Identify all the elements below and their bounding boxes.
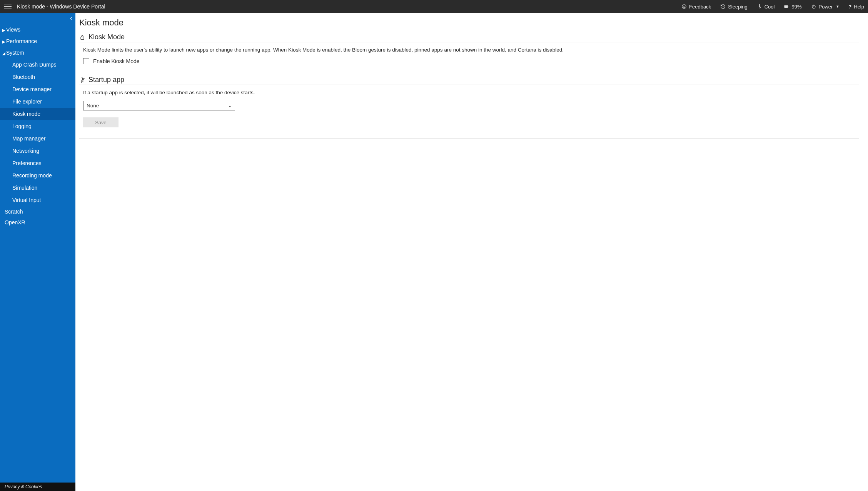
sidebar-group-label: System: [6, 50, 24, 56]
footer-label: Privacy & Cookies: [5, 484, 42, 489]
window-title: Kiosk mode - Windows Device Portal: [17, 3, 105, 10]
sidebar-item-label: Recording mode: [12, 172, 52, 179]
smiley-icon: [681, 4, 687, 9]
caret-down-icon: ◢: [2, 51, 6, 55]
feedback-label: Feedback: [689, 4, 711, 10]
kiosk-mode-section-title: Kiosk Mode: [79, 33, 859, 42]
titlebar: Kiosk mode - Windows Device Portal Feedb…: [0, 0, 868, 13]
sidebar-item-openxr[interactable]: OpenXR: [0, 217, 75, 228]
sidebar-item-label: Simulation: [12, 185, 37, 191]
sidebar-item-label: Kiosk mode: [12, 111, 40, 117]
question-icon: ?: [848, 4, 851, 10]
sidebar-item-label: Bluetooth: [12, 74, 35, 80]
sleeping-status[interactable]: Sleeping: [720, 4, 748, 10]
sidebar-item-networking[interactable]: Networking: [0, 145, 75, 157]
titlebar-right: Feedback Sleeping Cool 99% Power ▼ ? Hel…: [681, 4, 864, 10]
main-content: Kiosk mode Kiosk Mode Kiosk Mode limits …: [75, 13, 868, 491]
svg-point-2: [684, 6, 685, 7]
sleeping-label: Sleeping: [728, 4, 748, 10]
sidebar-item-label: Device manager: [12, 86, 52, 92]
kiosk-mode-description: Kiosk Mode limits the user's ability to …: [83, 47, 859, 53]
privacy-cookies-link[interactable]: Privacy & Cookies: [0, 483, 75, 491]
sidebar-item-kiosk-mode[interactable]: Kiosk mode: [0, 108, 75, 120]
sidebar-group-label: Performance: [6, 38, 37, 44]
sidebar-item-label: Map manager: [12, 135, 45, 142]
caret-right-icon: ▶: [2, 28, 6, 32]
battery-status[interactable]: 99%: [784, 4, 801, 10]
sidebar: ▶Views ▶Performance ◢System App Crash Du…: [0, 13, 75, 491]
enable-kiosk-checkbox[interactable]: [83, 58, 89, 64]
thermometer-icon: [757, 4, 762, 9]
sidebar-item-preferences[interactable]: Preferences: [0, 157, 75, 169]
sidebar-item-map-manager[interactable]: Map manager: [0, 132, 75, 145]
temp-label: Cool: [765, 4, 775, 10]
sidebar-item-label: Logging: [12, 123, 32, 129]
battery-label: 99%: [791, 4, 801, 10]
svg-rect-5: [785, 6, 788, 7]
sidebar-item-label: File explorer: [12, 99, 42, 105]
select-value: None: [87, 103, 99, 109]
sidebar-group-views[interactable]: ▶Views: [0, 24, 75, 35]
sidebar-group-system[interactable]: ◢System: [0, 47, 75, 58]
power-menu[interactable]: Power ▼: [811, 4, 840, 10]
sidebar-item-scratch[interactable]: Scratch: [0, 206, 75, 217]
sidebar-item-device-manager[interactable]: Device manager: [0, 83, 75, 95]
svg-point-0: [682, 5, 686, 9]
chevron-down-icon: ⌄: [228, 103, 232, 108]
sidebar-item-label: Virtual Input: [12, 197, 41, 203]
help-button[interactable]: ? Help: [848, 4, 864, 10]
sidebar-group-label: Views: [6, 27, 20, 33]
save-button: Save: [83, 117, 119, 127]
menu-icon[interactable]: [4, 3, 12, 10]
temp-status[interactable]: Cool: [757, 4, 775, 10]
svg-rect-4: [788, 6, 788, 7]
section-divider: [79, 138, 859, 139]
sidebar-item-bluetooth[interactable]: Bluetooth: [0, 71, 75, 83]
pin-icon: [79, 77, 85, 83]
sidebar-item-logging[interactable]: Logging: [0, 120, 75, 132]
caret-down-icon: ▼: [836, 5, 839, 8]
svg-rect-8: [81, 37, 84, 39]
sidebar-item-label: Scratch: [5, 209, 23, 215]
sidebar-item-label: Preferences: [12, 160, 41, 166]
power-label: Power: [819, 4, 833, 10]
battery-icon: [784, 4, 789, 9]
enable-kiosk-label: Enable Kiosk Mode: [93, 58, 140, 64]
sidebar-collapse-button[interactable]: [69, 16, 73, 22]
startup-app-select[interactable]: None ⌄: [83, 101, 235, 110]
page-title: Kiosk mode: [79, 18, 859, 28]
sidebar-item-label: OpenXR: [5, 219, 25, 225]
sidebar-item-recording-mode[interactable]: Recording mode: [0, 169, 75, 182]
feedback-button[interactable]: Feedback: [681, 4, 711, 10]
sidebar-item-label: App Crash Dumps: [12, 62, 56, 68]
svg-point-1: [683, 6, 684, 7]
sidebar-item-virtual-input[interactable]: Virtual Input: [0, 194, 75, 206]
power-icon: [811, 4, 816, 9]
sidebar-item-simulation[interactable]: Simulation: [0, 182, 75, 194]
section-title-label: Kiosk Mode: [88, 33, 125, 41]
startup-app-description: If a startup app is selected, it will be…: [83, 90, 859, 95]
caret-right-icon: ▶: [2, 40, 6, 44]
sidebar-nav: ▶Views ▶Performance ◢System App Crash Du…: [0, 13, 75, 483]
enable-kiosk-row: Enable Kiosk Mode: [83, 58, 859, 64]
sidebar-item-file-explorer[interactable]: File explorer: [0, 95, 75, 108]
history-icon: [720, 4, 726, 9]
section-title-label: Startup app: [88, 76, 124, 84]
startup-app-section-title: Startup app: [79, 76, 859, 85]
sidebar-group-performance[interactable]: ▶Performance: [0, 35, 75, 47]
sidebar-item-app-crash-dumps[interactable]: App Crash Dumps: [0, 58, 75, 71]
lock-icon: [79, 34, 85, 40]
chevron-left-icon: [69, 17, 73, 20]
sidebar-item-label: Networking: [12, 148, 39, 154]
help-label: Help: [854, 4, 864, 10]
